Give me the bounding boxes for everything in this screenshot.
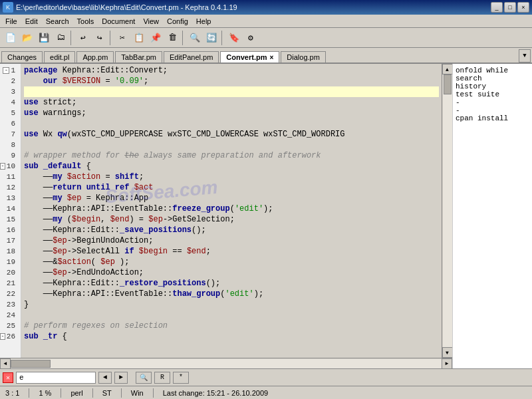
status-sep-3 [92, 388, 93, 398]
status-percent: 1 % [36, 389, 54, 397]
toolbar-sep-2 [110, 31, 112, 45]
scroll-up-button[interactable]: ▲ [442, 64, 453, 74]
code-line-5: use warnings; [24, 108, 439, 118]
close-button[interactable]: × [517, 2, 529, 13]
find-button[interactable]: 🔍 [187, 30, 203, 46]
menu-config[interactable]: Config [163, 16, 192, 27]
status-sep-1 [29, 388, 29, 398]
tab-app-pm[interactable]: App.pm [76, 51, 114, 63]
tab-convert-pm[interactable]: Convert.pm × [220, 51, 279, 63]
line-num-10: -10 [0, 161, 18, 172]
fold-icon-1[interactable]: - [3, 67, 9, 74]
tab-editpanel-pm[interactable]: EditPanel.pm [164, 51, 219, 63]
line-num-23: 23 [0, 299, 18, 310]
code-line-11: ——my $action = shift; [24, 172, 439, 182]
redo-button[interactable]: ↪ [92, 30, 108, 46]
settings-button[interactable]: ⚙ [243, 30, 259, 46]
code-line-1: package Kephra::Edit::Convert; [24, 65, 439, 76]
line-num-5: 5 [0, 108, 18, 118]
right-panel-line-2: search [456, 74, 529, 82]
tab-close-icon[interactable]: × [269, 54, 273, 61]
status-bar: 3 : 1 1 % perl ST Win Last change: 15:21… [0, 386, 532, 399]
menu-file[interactable]: File [1, 16, 21, 27]
menu-help[interactable]: Help [192, 16, 215, 27]
menu-view[interactable]: View [139, 16, 163, 27]
save-button[interactable]: 💾 [36, 30, 52, 46]
code-line-20: ——$ep->EndUndoAction; [24, 267, 439, 278]
fold-icon-26[interactable]: - [0, 333, 5, 340]
paste-button[interactable]: 📌 [148, 30, 164, 46]
line-num-11: 11 [0, 172, 18, 182]
right-panel-line-6: - [456, 106, 529, 114]
line-num-2: 2 [0, 76, 18, 86]
cut-button[interactable]: ✂ [114, 30, 130, 46]
code-line-24 [24, 310, 439, 321]
right-panel-line-1: onfold while [456, 66, 529, 74]
scroll-track-vertical[interactable] [443, 74, 452, 347]
code-content[interactable]: SoftSea.com package Kephra::Edit::Conver… [21, 64, 442, 358]
tab-tabbar-pm[interactable]: TabBar.pm [115, 51, 162, 63]
code-line-13: ——my $ep = Kephra::App [24, 193, 439, 203]
open-button[interactable]: 📂 [19, 30, 35, 46]
tab-edit-pl[interactable]: edit.pl [44, 51, 75, 63]
status-language: perl [68, 389, 85, 397]
delete-button[interactable]: 🗑 [164, 30, 180, 46]
scroll-thumb-horizontal[interactable] [11, 360, 51, 368]
right-panel-line-3: history [456, 82, 529, 90]
status-mode: ST [100, 389, 114, 397]
title-text: E:\perl\editor\dev\base\lib\Kephra\Edit\… [16, 3, 237, 11]
horizontal-scrollbar[interactable]: ◄ ► [0, 358, 452, 368]
search-replace-button[interactable]: R [154, 372, 170, 384]
code-line-9: # wrapper method for the always same pre… [24, 150, 439, 161]
scroll-left-button[interactable]: ◄ [0, 358, 11, 369]
maximize-button[interactable]: □ [504, 2, 516, 13]
search-prev-button[interactable]: ◄ [98, 372, 112, 384]
replace-button[interactable]: 🔄 [203, 30, 219, 46]
toolbar-sep-3 [182, 31, 185, 45]
line-num-12: 12 [0, 182, 18, 193]
code-line-17: ——$ep->BeginUndoAction; [24, 235, 439, 246]
menu-document[interactable]: Document [98, 16, 139, 27]
code-line-18: ——$ep->SelectAll if $begin == $end; [24, 246, 439, 257]
code-line-6 [24, 118, 439, 129]
search-next-button[interactable]: ► [114, 372, 128, 384]
menu-edit[interactable]: Edit [21, 16, 42, 27]
line-num-20: 20 [0, 267, 18, 278]
code-line-3 [24, 86, 439, 97]
right-panel-line-5: - [456, 98, 529, 106]
code-line-7: use Wx qw(wxSTC_CMD_UPPERCASE wxSTC_CMD_… [24, 129, 439, 140]
search-options-button[interactable]: 🔍 [136, 372, 152, 384]
code-line-16: ——Kephra::Edit::_save_positions(); [24, 225, 439, 235]
toolbar-sep-1 [70, 31, 73, 45]
tab-dialog-pm[interactable]: Dialog.pm [281, 51, 326, 63]
fold-icon-10[interactable]: - [0, 163, 5, 170]
undo-button[interactable]: ↩ [75, 30, 91, 46]
menu-bar: File Edit Search Tools Document View Con… [0, 15, 532, 28]
scroll-thumb-vertical[interactable] [444, 74, 452, 94]
scroll-right-button[interactable]: ► [442, 358, 452, 369]
status-last-change: Last change: 15:21 - 26.10.2009 [160, 389, 271, 397]
search-bar: ✕ ◄ ► 🔍 R * [0, 368, 532, 386]
copy-button[interactable]: 📋 [131, 30, 147, 46]
minimize-button[interactable]: _ [491, 2, 503, 13]
line-num-7: 7 [0, 129, 18, 140]
line-num-26: -26 [0, 331, 18, 342]
new-button[interactable]: 📄 [3, 30, 19, 46]
menu-tools[interactable]: Tools [73, 16, 98, 27]
tab-changes[interactable]: Changes [1, 51, 43, 63]
line-num-24: 24 [0, 310, 18, 321]
line-num-16: 16 [0, 225, 18, 235]
vertical-scrollbar[interactable]: ▲ ▼ [442, 64, 452, 358]
editor-container: -1 2 3 4 5 6 7 8 9 -10 11 12 13 14 15 16… [0, 64, 452, 368]
scroll-track-horizontal[interactable] [11, 359, 442, 368]
search-input[interactable] [16, 372, 96, 384]
right-panel: onfold while search history test suite -… [452, 64, 532, 368]
status-os: Win [128, 389, 146, 397]
line-num-19: 19 [0, 257, 18, 267]
tab-scroll-arrow[interactable]: ▼ [519, 49, 531, 63]
bookmark-button[interactable]: 🔖 [226, 30, 242, 46]
scroll-down-button[interactable]: ▼ [442, 347, 453, 358]
save-all-button[interactable]: 🗂 [53, 30, 68, 46]
search-all-button[interactable]: * [173, 372, 189, 384]
menu-search[interactable]: Search [42, 16, 73, 27]
